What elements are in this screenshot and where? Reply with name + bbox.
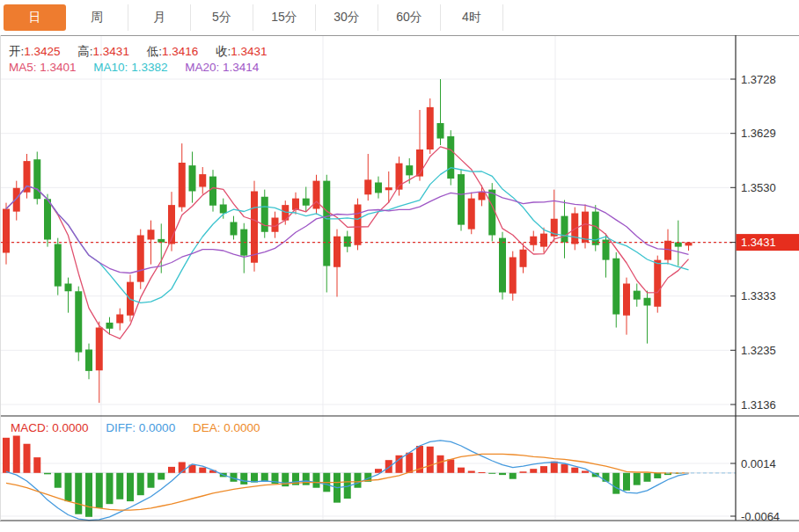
svg-text:1.3333: 1.3333 (741, 289, 776, 302)
timeframe-tab-3[interactable]: 5分 (191, 4, 253, 31)
ma-legend: MA5: 1.3401 MA10: 1.3382 MA20: 1.3414 (9, 61, 273, 74)
svg-text:0.0014: 0.0014 (741, 457, 776, 470)
timeframe-tab-4[interactable]: 15分 (253, 4, 316, 31)
timeframe-tab-0[interactable]: 日 (4, 4, 66, 31)
timeframe-tab-6[interactable]: 60分 (378, 4, 441, 31)
timeframe-tab-7[interactable]: 4时 (441, 4, 503, 31)
candles-layer (3, 79, 693, 403)
low-readout: 低:1.3416 (147, 45, 199, 58)
frame-layer (0, 35, 799, 521)
diff-readout: DIFF: 0.0000 (106, 421, 175, 434)
timeframe-tab-5[interactable]: 30分 (316, 4, 378, 31)
ma10-readout: MA10: 1.3382 (93, 61, 167, 74)
svg-text:1.3530: 1.3530 (741, 181, 776, 194)
svg-text:1.3431: 1.3431 (741, 236, 776, 249)
svg-text:1.3629: 1.3629 (741, 127, 776, 140)
timeframe-tab-2[interactable]: 月 (128, 4, 191, 31)
svg-text:1.3235: 1.3235 (741, 344, 776, 357)
svg-text:1.3136: 1.3136 (741, 398, 776, 412)
close-readout: 收:1.3431 (216, 45, 268, 58)
dea-readout: DEA: 0.0000 (193, 421, 260, 434)
timeframe-tab-bar: 日周月5分15分30分60分4时 (0, 0, 799, 35)
high-readout: 高:1.3431 (77, 45, 129, 58)
svg-text:1.3728: 1.3728 (741, 73, 776, 86)
ohlc-legend: 开:1.3425 高:1.3431 低:1.3416 收:1.3431 (9, 44, 282, 60)
chart-canvas[interactable]: 1.37281.36291.35301.33331.32351.31360.00… (0, 0, 799, 532)
timeframe-tab-1[interactable]: 周 (66, 4, 128, 31)
macd-layer (3, 435, 736, 520)
ma20-readout: MA20: 1.3414 (185, 61, 259, 74)
ma5-readout: MA5: 1.3401 (9, 61, 77, 74)
open-readout: 开:1.3425 (9, 45, 61, 58)
grid-layer (1, 36, 736, 520)
axis-layer: 1.37281.36291.35301.33331.32351.31360.00… (730, 73, 780, 523)
macd-legend: MACD: 0.0000 DIFF: 0.0000 DEA: 0.0000 (11, 421, 274, 434)
current-price-tag: 1.3431 (737, 234, 799, 251)
macd-readout: MACD: 0.0000 (11, 421, 89, 434)
kline-chart-window: 日周月5分15分30分60分4时 1.37281.36291.35301.333… (0, 0, 799, 532)
